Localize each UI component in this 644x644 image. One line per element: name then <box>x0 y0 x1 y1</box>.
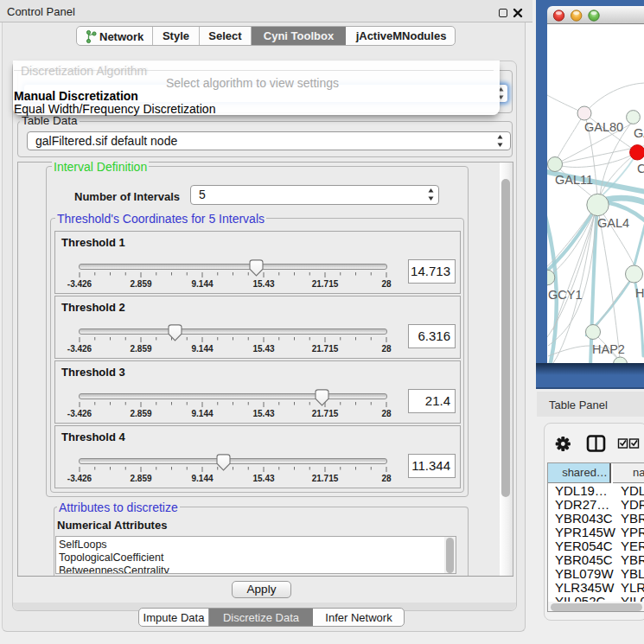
svg-text:HAP2: HAP2 <box>592 342 625 356</box>
svg-text:GCY1: GCY1 <box>548 288 583 302</box>
svg-text:GAL4: GAL4 <box>597 216 629 230</box>
svg-text:GAL11: GAL11 <box>555 173 593 187</box>
svg-text:H: H <box>635 286 644 300</box>
svg-text:C: C <box>637 162 644 175</box>
svg-text:GAL80: GAL80 <box>584 120 623 134</box>
svg-text:GA: GA <box>634 126 644 140</box>
